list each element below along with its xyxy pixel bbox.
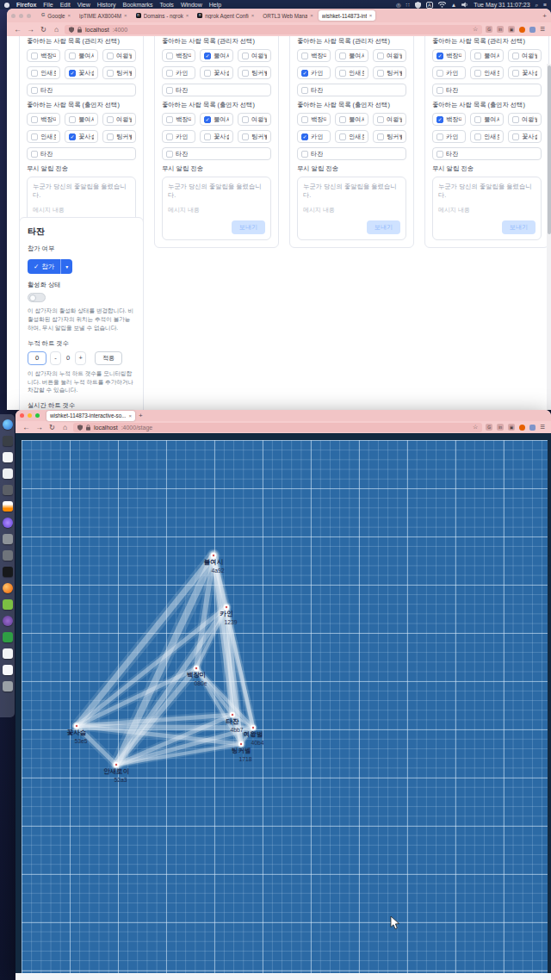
menu-firefox[interactable]: Firefox: [16, 2, 36, 8]
chevron-down-icon[interactable]: ▾: [60, 259, 72, 274]
checkbox[interactable]: [436, 70, 443, 77]
minimize-window-button[interactable]: [19, 14, 23, 18]
checkbox[interactable]: [436, 151, 443, 158]
tab-ngrok-agent-configuratio[interactable]: nngrok Agent Configuration Ref...×: [194, 10, 257, 21]
dock-textedit-icon[interactable]: [3, 468, 13, 479]
person-checkbox-6[interactable]: 팅커벨: [373, 66, 406, 79]
checkbox[interactable]: [31, 116, 38, 123]
reload-button[interactable]: ↻: [47, 423, 57, 431]
tab-domains-ngrok[interactable]: nDomains - ngrok×: [133, 10, 193, 21]
person-checkbox-2[interactable]: 불여시: [470, 49, 504, 62]
checkbox-checked[interactable]: ✓: [301, 133, 308, 140]
person-checkbox-5[interactable]: ✓꽃사슴: [65, 130, 98, 143]
person-checkbox-1[interactable]: 백장미: [297, 113, 331, 126]
close-icon[interactable]: ×: [369, 13, 373, 18]
heart-total-input[interactable]: 0: [28, 351, 46, 365]
person-checkbox-3[interactable]: 여왕벌: [102, 113, 136, 126]
person-checkbox-4[interactable]: 안새로이: [27, 66, 60, 79]
person-checkbox-4[interactable]: 카인: [432, 130, 466, 143]
checkbox[interactable]: [107, 133, 114, 140]
checkbox[interactable]: [377, 53, 384, 59]
checkbox[interactable]: [107, 53, 114, 59]
dock-android-icon[interactable]: [3, 599, 13, 610]
person-checkbox-7[interactable]: 타잔: [432, 84, 542, 96]
checkbox[interactable]: [301, 116, 308, 123]
extensions-puzzle-icon[interactable]: [529, 27, 536, 33]
person-checkbox-7[interactable]: 타잔: [162, 147, 271, 160]
person-checkbox-7[interactable]: 타잔: [297, 147, 406, 160]
person-checkbox-4[interactable]: 안새로이: [27, 130, 60, 143]
close-icon[interactable]: ×: [251, 13, 255, 18]
person-checkbox-4[interactable]: ✓카인: [297, 66, 331, 79]
person-checkbox-1[interactable]: 백장미: [27, 49, 60, 62]
send-button[interactable]: 보내기: [367, 220, 400, 234]
person-checkbox-5[interactable]: 안새로이: [335, 130, 368, 143]
checkbox[interactable]: [166, 151, 173, 158]
app-menu-icon[interactable]: ☰: [540, 26, 545, 33]
extensions-puzzle-icon[interactable]: [529, 425, 536, 431]
dock-doc-red-icon[interactable]: [3, 665, 13, 675]
page-info-icon[interactable]: [77, 27, 82, 33]
checkbox[interactable]: [512, 53, 519, 59]
tab-google[interactable]: GGoogle×: [38, 10, 74, 21]
firefox-account-icon[interactable]: [519, 425, 525, 431]
close-window-button[interactable]: [20, 413, 24, 418]
checkbox[interactable]: [474, 116, 481, 123]
checkbox[interactable]: [31, 151, 38, 158]
person-checkbox-2[interactable]: 불여시: [470, 113, 504, 126]
person-checkbox-4[interactable]: 카인: [162, 130, 195, 143]
app-menu-icon[interactable]: ☰: [540, 424, 545, 431]
checkbox[interactable]: [166, 133, 173, 140]
person-checkbox-6[interactable]: 꽃사슴: [508, 130, 542, 143]
person-checkbox-3[interactable]: 여왕벌: [508, 49, 542, 62]
zoom-window-button[interactable]: [35, 413, 40, 418]
firefox-account-icon[interactable]: [519, 27, 525, 33]
record-status-icon[interactable]: ◎: [396, 2, 401, 9]
translate-extension-icon[interactable]: G: [486, 26, 492, 33]
checkbox[interactable]: [474, 70, 481, 77]
zoom-window-button[interactable]: [27, 14, 31, 18]
person-checkbox-2[interactable]: ✓불여시: [200, 49, 233, 62]
wifi-icon[interactable]: [438, 2, 446, 8]
page-info-icon[interactable]: [86, 425, 90, 431]
person-checkbox-3[interactable]: 여왕벌: [238, 49, 271, 62]
linkedin-extension-icon[interactable]: in: [497, 424, 504, 431]
send-button[interactable]: 보내기: [232, 220, 265, 234]
menu-edit[interactable]: Edit: [60, 2, 71, 8]
tab-ortl3-web-manager[interactable]: ORTL3 Web Manager×: [259, 10, 317, 21]
scrollbar-thumb[interactable]: [548, 65, 551, 234]
person-checkbox-6[interactable]: 팅커벨: [238, 130, 271, 143]
checkbox[interactable]: [377, 70, 384, 77]
dock-music-icon[interactable]: [3, 518, 13, 528]
linkedin-extension-icon[interactable]: in: [497, 26, 504, 33]
close-icon[interactable]: ×: [68, 13, 71, 18]
close-icon[interactable]: ×: [186, 13, 189, 18]
checkbox[interactable]: [166, 87, 173, 94]
person-checkbox-5[interactable]: 안새로이: [470, 130, 504, 143]
address-bar[interactable]: localhost:4000/stage ☆: [73, 423, 482, 432]
checkbox[interactable]: [31, 70, 38, 77]
new-tab-button[interactable]: +: [542, 12, 547, 20]
dock-docs-icon[interactable]: [3, 648, 13, 659]
checkbox[interactable]: [166, 53, 173, 59]
dock-ghost-icon[interactable]: [3, 616, 13, 626]
person-checkbox-4[interactable]: 카인: [432, 66, 466, 79]
person-checkbox-3[interactable]: 여왕벌: [238, 113, 271, 126]
tracking-shield-icon[interactable]: [77, 425, 83, 431]
dock-firefox-icon[interactable]: [3, 419, 13, 430]
tab-iptime-ax8004m[interactable]: ipTIME AX8004M×: [76, 10, 131, 21]
checkbox[interactable]: [512, 116, 519, 123]
home-button[interactable]: ⌂: [52, 25, 61, 34]
tab-wishket-114873-interacti[interactable]: wishket-114873-interactive-so...×: [319, 10, 376, 21]
checkbox[interactable]: [242, 53, 249, 59]
back-button[interactable]: ←: [13, 25, 22, 34]
person-checkbox-5[interactable]: 꽃사슴: [200, 130, 233, 143]
person-checkbox-7[interactable]: 타잔: [27, 147, 136, 160]
apply-button[interactable]: 적용: [95, 351, 122, 365]
person-checkbox-7[interactable]: 타잔: [297, 84, 406, 96]
checkbox[interactable]: [339, 53, 346, 59]
scrollbar[interactable]: [547, 64, 551, 410]
person-checkbox-3[interactable]: 여왕벌: [373, 49, 406, 62]
checkbox[interactable]: [301, 151, 308, 158]
dock-pages-icon[interactable]: [3, 452, 13, 462]
